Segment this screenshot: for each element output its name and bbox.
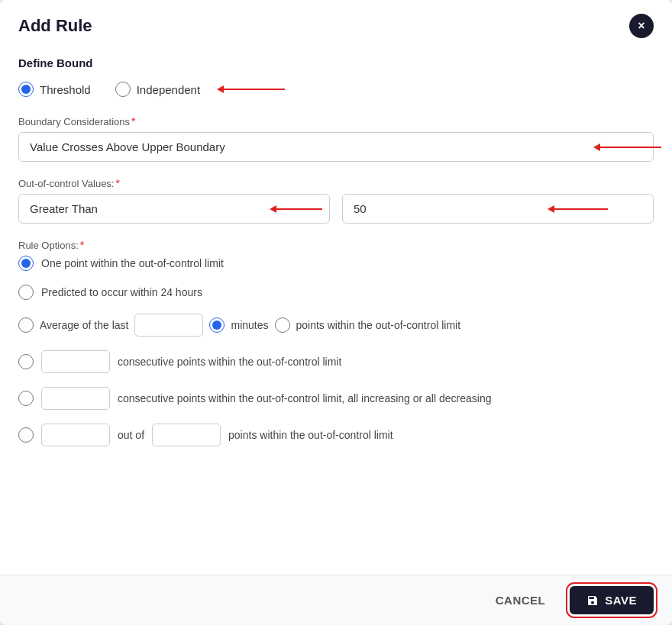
out-of-input-1[interactable] <box>41 424 110 446</box>
rule-option-1: One point within the out-of-control limi… <box>18 256 654 271</box>
avg-points-label: points within the out-of-control limit <box>296 319 461 331</box>
out-of-control-required-star: * <box>115 177 119 189</box>
boundary-considerations-section: Boundary Considerations * <box>18 115 654 162</box>
rule-option-2: Predicted to occur within 24 hours <box>18 285 654 300</box>
rule-options-section: Rule Options: * One point within the out… <box>18 239 654 446</box>
rule-option-4-radio[interactable] <box>18 354 34 369</box>
rule-option-6-suffix: points within the out-of-control limit <box>228 429 393 441</box>
modal-body: Define Bound Threshold Independent Bound… <box>0 49 672 575</box>
threshold-value-input[interactable] <box>342 194 654 224</box>
boundary-input-wrapper <box>18 132 654 162</box>
consec-input-1[interactable] <box>41 350 110 373</box>
save-button[interactable]: SAVE <box>570 586 654 614</box>
out-of-control-section: Out-of-control Values: * <box>18 177 654 224</box>
rule-option-3-radio[interactable] <box>18 317 34 333</box>
rule-option-6-radio[interactable] <box>18 427 34 443</box>
threshold-radio[interactable] <box>18 82 34 97</box>
independent-radio[interactable] <box>115 82 131 97</box>
add-rule-modal: Add Rule × Define Bound Threshold Indepe… <box>0 0 672 625</box>
avg-points-radio[interactable] <box>275 317 290 333</box>
threshold-value-wrapper <box>342 194 654 224</box>
save-label: SAVE <box>605 594 637 607</box>
operator-input[interactable] <box>18 194 330 224</box>
rule-option-3-prefix: Average of the last <box>40 319 128 331</box>
operator-wrapper <box>18 194 330 224</box>
boundary-required-star: * <box>131 115 135 127</box>
out-of-control-label: Out-of-control Values: * <box>18 177 654 189</box>
cancel-button[interactable]: CANCEL <box>480 586 561 614</box>
threshold-label: Threshold <box>40 83 91 96</box>
rule-option-5: consecutive points within the out-of-con… <box>18 387 654 410</box>
modal-title: Add Rule <box>18 16 92 36</box>
rule-option-1-radio[interactable] <box>18 256 34 271</box>
independent-label: Independent <box>137 83 200 96</box>
arrowhead-icon <box>217 85 224 93</box>
boundary-label: Boundary Considerations * <box>18 115 654 127</box>
avg-minutes-label: minutes <box>231 319 268 331</box>
bound-type-group: Threshold Independent <box>18 82 654 97</box>
rule-option-4-label: consecutive points within the out-of-con… <box>118 356 341 368</box>
out-of-control-row <box>18 194 654 224</box>
rule-option-4: consecutive points within the out-of-con… <box>18 350 654 373</box>
define-bound-title: Define Bound <box>18 56 654 69</box>
rule-option-2-label: Predicted to occur within 24 hours <box>41 286 202 298</box>
arrow-line <box>224 89 285 90</box>
rule-option-5-label: consecutive points within the out-of-con… <box>118 392 491 404</box>
rule-option-5-radio[interactable] <box>18 391 34 406</box>
boundary-considerations-input[interactable] <box>18 132 654 162</box>
close-button[interactable]: × <box>629 14 654 38</box>
modal-footer: CANCEL SAVE <box>0 575 672 625</box>
threshold-radio-label[interactable]: Threshold <box>18 82 91 97</box>
consec-input-2[interactable] <box>41 387 110 410</box>
avg-input[interactable] <box>134 314 203 337</box>
arrow-independent <box>217 85 285 93</box>
rule-option-1-label: One point within the out-of-control limi… <box>41 257 224 269</box>
rule-option-6: out of points within the out-of-control … <box>18 424 654 446</box>
avg-minutes-radio[interactable] <box>209 317 225 333</box>
rule-option-2-radio[interactable] <box>18 285 34 300</box>
independent-radio-label[interactable]: Independent <box>115 82 200 97</box>
rule-options-required-star: * <box>80 239 84 251</box>
save-icon <box>586 594 599 607</box>
rule-options-label: Rule Options: * <box>18 239 654 251</box>
modal-header: Add Rule × <box>0 0 672 49</box>
out-of-input-2[interactable] <box>152 424 221 446</box>
rule-option-6-out-of: out of <box>118 429 144 441</box>
rule-option-3: Average of the last minutes points withi… <box>18 314 654 337</box>
